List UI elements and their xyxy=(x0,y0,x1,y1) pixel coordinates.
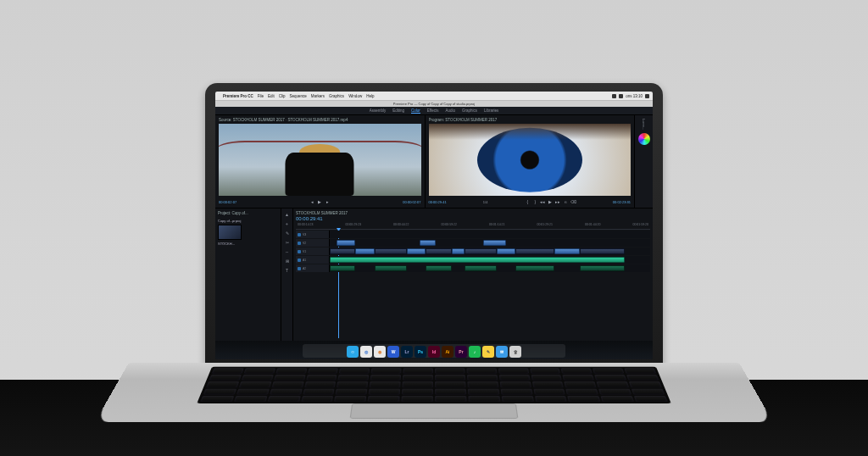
keyboard-key[interactable] xyxy=(402,388,433,394)
slip-tool-button[interactable]: ↔ xyxy=(284,248,291,255)
keyboard-key[interactable] xyxy=(209,375,241,381)
keyboard-key[interactable] xyxy=(435,396,466,402)
track-toggle-icon[interactable] xyxy=(298,259,301,262)
track-toggle-icon[interactable] xyxy=(298,267,301,270)
dock-indesign-icon[interactable]: Id xyxy=(428,346,440,358)
keyboard-key[interactable] xyxy=(566,388,599,394)
dock-trash-icon[interactable]: 🗑 xyxy=(509,346,521,358)
track-toggle-icon[interactable] xyxy=(298,233,301,236)
keyboard-key[interactable] xyxy=(531,375,562,381)
audio-clip[interactable] xyxy=(515,265,554,271)
keyboard-key[interactable] xyxy=(334,396,366,402)
keyboard-key[interactable] xyxy=(337,381,368,387)
keyboard-key[interactable] xyxy=(371,368,402,374)
track-header-v3[interactable]: V3 xyxy=(296,231,330,238)
menu-help[interactable]: Help xyxy=(366,94,374,98)
track-header-a2[interactable]: A2 xyxy=(296,264,330,272)
audio-clip[interactable] xyxy=(465,265,497,271)
lumetri-panel[interactable]: Lume... xyxy=(634,115,653,208)
menubar-clock[interactable]: ons 13:10 xyxy=(626,94,643,98)
audio-clip[interactable] xyxy=(375,265,407,271)
timeline-playhead-timecode[interactable]: 00:00:29:41 xyxy=(296,216,650,221)
menu-edit[interactable]: Edit xyxy=(268,94,275,98)
selection-tool-button[interactable]: ▲ xyxy=(284,211,291,218)
source-next-frame-button[interactable]: ▸ xyxy=(325,199,331,205)
video-clip[interactable] xyxy=(355,248,375,254)
keyboard-key[interactable] xyxy=(200,396,234,402)
video-clip[interactable] xyxy=(420,240,436,246)
keyboard-key[interactable] xyxy=(568,396,601,402)
track-lane-v1[interactable] xyxy=(330,247,650,255)
keyboard-key[interactable] xyxy=(435,375,465,381)
menu-clip[interactable]: Clip xyxy=(279,94,286,98)
keyboard-key[interactable] xyxy=(466,368,497,374)
workspace-tab-graphics[interactable]: Graphics xyxy=(462,108,477,113)
keyboard-key[interactable] xyxy=(501,396,533,402)
keyboard-key[interactable] xyxy=(203,388,236,394)
keyboard-key[interactable] xyxy=(301,396,334,402)
workspace-tab-libraries[interactable]: Libraries xyxy=(484,108,498,113)
keyboard-key[interactable] xyxy=(498,375,530,381)
pen-tool-button[interactable]: ⊞ xyxy=(284,258,291,264)
dock-mail-icon[interactable]: ✉ xyxy=(496,346,508,358)
audio-clip[interactable] xyxy=(330,265,355,271)
dock-notes-icon[interactable]: ✎ xyxy=(482,346,494,358)
keyboard-key[interactable] xyxy=(467,375,498,381)
keyboard-key[interactable] xyxy=(306,375,337,381)
program-duration-timecode[interactable]: 00:02:23:31 xyxy=(613,200,631,204)
track-lane-a2[interactable] xyxy=(330,264,650,272)
keyboard-key[interactable] xyxy=(369,388,400,394)
video-clip[interactable] xyxy=(330,248,355,254)
keyboard-key[interactable] xyxy=(498,368,528,374)
program-extract-button[interactable]: ⌫ xyxy=(570,199,576,205)
video-clip[interactable] xyxy=(375,248,407,254)
project-sequence-label[interactable]: STOCKH... xyxy=(218,242,278,246)
program-mark-in-button[interactable]: { xyxy=(525,199,531,205)
keyboard-key[interactable] xyxy=(336,388,368,394)
menu-markers[interactable]: Markers xyxy=(311,94,325,98)
video-clip[interactable] xyxy=(426,248,451,254)
keyboard-key[interactable] xyxy=(212,368,244,374)
keyboard-key[interactable] xyxy=(624,368,656,374)
spotlight-icon[interactable] xyxy=(645,94,649,98)
track-header-v1[interactable]: V1 xyxy=(296,247,330,255)
source-in-timecode[interactable]: 00:00:02:07 xyxy=(219,200,236,204)
wifi-icon[interactable] xyxy=(612,94,616,98)
keyboard-key[interactable] xyxy=(634,396,668,402)
keyboard-key[interactable] xyxy=(632,388,665,394)
video-clip[interactable] xyxy=(554,248,580,254)
track-lane-v2[interactable] xyxy=(330,239,650,247)
keyboard-key[interactable] xyxy=(563,375,595,381)
app-name[interactable]: Premiere Pro CC xyxy=(223,94,253,98)
type-tool-button[interactable]: T xyxy=(284,267,291,274)
program-current-timecode[interactable]: 00:00:29:41 xyxy=(429,200,447,204)
keyboard-key[interactable] xyxy=(267,396,300,402)
battery-icon[interactable] xyxy=(619,94,623,98)
keyboard-key[interactable] xyxy=(303,388,335,394)
track-header-v2[interactable]: V2 xyxy=(296,239,330,247)
dock-chrome-icon[interactable]: ◉ xyxy=(374,346,386,358)
keyboard-key[interactable] xyxy=(594,375,626,381)
workspace-tab-color[interactable]: Color xyxy=(411,108,420,114)
audio-clip[interactable] xyxy=(426,265,451,271)
keyboard-key[interactable] xyxy=(597,381,630,387)
keyboard-key[interactable] xyxy=(629,381,662,387)
keyboard-key[interactable] xyxy=(304,381,337,387)
keyboard-key[interactable] xyxy=(593,368,625,374)
source-out-timecode[interactable]: 00:00:02:07 xyxy=(403,200,420,204)
keyboard-key[interactable] xyxy=(531,381,564,387)
lumetri-color-wheel-icon[interactable] xyxy=(638,133,650,145)
track-select-tool-button[interactable]: ⌖ xyxy=(284,220,291,227)
menu-file[interactable]: File xyxy=(258,94,264,98)
keyboard-key[interactable] xyxy=(339,368,370,374)
project-clip-thumbnail[interactable] xyxy=(218,225,242,240)
keyboard-key[interactable] xyxy=(270,388,303,394)
video-clip[interactable] xyxy=(465,248,497,254)
source-prev-frame-button[interactable]: ◂ xyxy=(309,199,315,205)
keyboard-key[interactable] xyxy=(402,381,432,387)
dock-illustrator-icon[interactable]: Ai xyxy=(442,346,453,358)
keyboard-key[interactable] xyxy=(598,388,632,394)
dock-photoshop-icon[interactable]: Ps xyxy=(415,346,426,358)
program-monitor-viewport[interactable] xyxy=(429,124,632,196)
keyboard-key[interactable] xyxy=(534,396,567,402)
